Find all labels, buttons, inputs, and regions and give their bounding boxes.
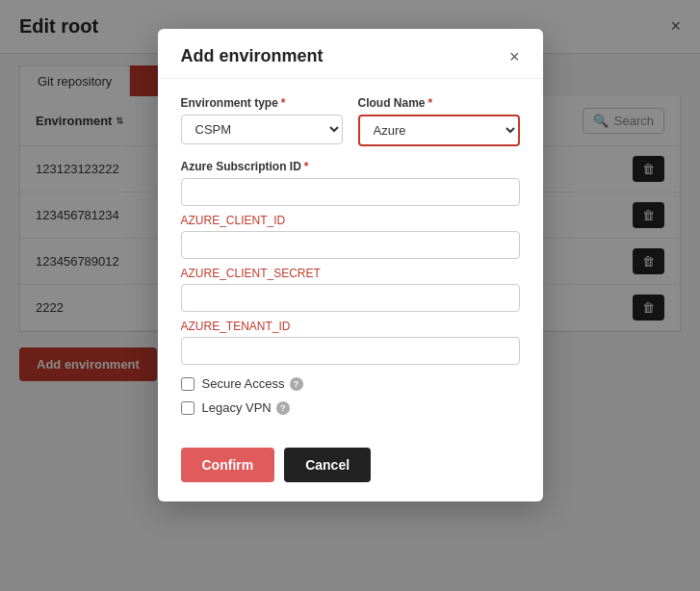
cloud-name-label: Cloud Name * bbox=[358, 96, 520, 110]
cloud-name-select[interactable]: Azure AWS GCP bbox=[358, 115, 520, 146]
modal-overlay: Add environment × Environment type * CSP… bbox=[0, 0, 700, 591]
add-environment-modal: Add environment × Environment type * CSP… bbox=[158, 29, 543, 501]
modal-footer: Confirm Cancel bbox=[158, 444, 543, 501]
client-secret-input[interactable] bbox=[181, 284, 520, 312]
secure-access-label: Secure Access ? bbox=[202, 376, 303, 391]
tenant-id-input[interactable] bbox=[181, 337, 520, 365]
azure-sub-label: Azure Subscription ID * bbox=[181, 160, 520, 173]
legacy-vpn-info-icon[interactable]: ? bbox=[276, 401, 290, 415]
secure-access-checkbox[interactable] bbox=[181, 377, 194, 391]
confirm-button[interactable]: Confirm bbox=[181, 448, 275, 482]
env-cloud-row: Environment type * CSPM CWPP CSPM+CWPP C… bbox=[181, 96, 520, 146]
env-type-label: Environment type * bbox=[181, 96, 343, 110]
legacy-vpn-label: Legacy VPN ? bbox=[202, 400, 290, 415]
modal-header: Add environment × bbox=[158, 29, 543, 79]
cloud-name-required: * bbox=[428, 96, 433, 110]
client-id-group: AZURE_CLIENT_ID bbox=[181, 214, 520, 259]
modal-body: Environment type * CSPM CWPP CSPM+CWPP C… bbox=[158, 79, 543, 444]
client-secret-group: AZURE_CLIENT_SECRET bbox=[181, 267, 520, 312]
cloud-name-group: Cloud Name * Azure AWS GCP bbox=[358, 96, 520, 146]
legacy-vpn-row: Legacy VPN ? bbox=[181, 400, 520, 415]
client-id-input[interactable] bbox=[181, 231, 520, 259]
modal-title: Add environment bbox=[181, 46, 324, 66]
azure-sub-required: * bbox=[304, 160, 309, 173]
env-type-select[interactable]: CSPM CWPP CSPM+CWPP bbox=[181, 115, 343, 144]
azure-sub-input[interactable] bbox=[181, 178, 520, 206]
env-type-required: * bbox=[281, 96, 286, 110]
azure-sub-group: Azure Subscription ID * bbox=[181, 160, 520, 206]
env-type-group: Environment type * CSPM CWPP CSPM+CWPP bbox=[181, 96, 343, 146]
client-secret-label: AZURE_CLIENT_SECRET bbox=[181, 267, 520, 280]
cancel-button[interactable]: Cancel bbox=[284, 448, 371, 482]
client-id-label: AZURE_CLIENT_ID bbox=[181, 214, 520, 227]
secure-access-info-icon[interactable]: ? bbox=[290, 377, 303, 391]
modal-close-button[interactable]: × bbox=[509, 48, 520, 65]
secure-access-row: Secure Access ? bbox=[181, 376, 520, 391]
legacy-vpn-checkbox[interactable] bbox=[181, 401, 194, 415]
tenant-id-group: AZURE_TENANT_ID bbox=[181, 320, 520, 365]
tenant-id-label: AZURE_TENANT_ID bbox=[181, 320, 520, 333]
